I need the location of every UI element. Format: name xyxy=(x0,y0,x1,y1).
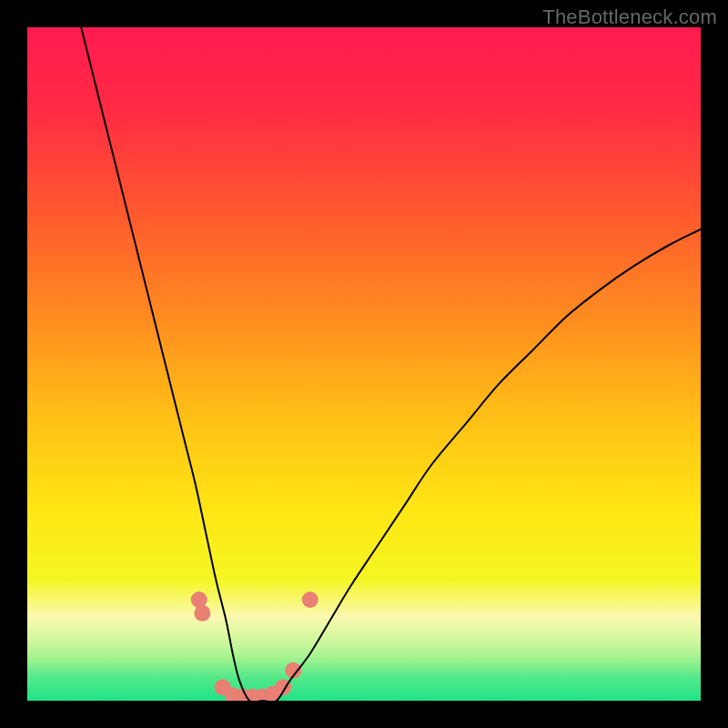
gradient-background xyxy=(27,27,701,701)
plot-area xyxy=(27,27,701,701)
marker-dot xyxy=(302,592,318,608)
chart-frame: TheBottleneck.com xyxy=(0,0,728,728)
marker-dot xyxy=(194,605,210,622)
bottleneck-chart xyxy=(27,27,701,701)
watermark-text: TheBottleneck.com xyxy=(542,5,717,29)
